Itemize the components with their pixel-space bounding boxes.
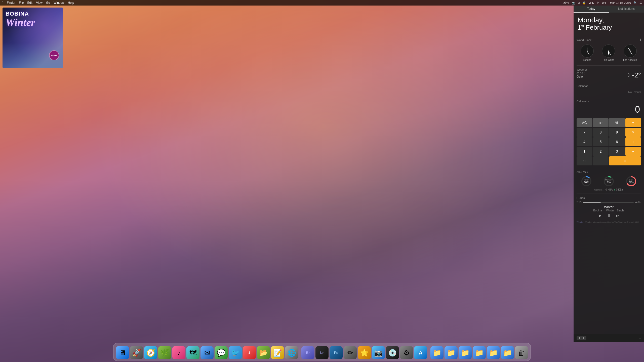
panel-date-day: Monday, [578,17,640,24]
dock-item-folder5[interactable]: 📁 [487,346,500,359]
itunes-controls: ⏮ ⏸ ⏭ [577,213,641,218]
menubar-music-icon[interactable]: ♫ [578,1,580,4]
divider-date [577,35,641,35]
dock-item-folder3[interactable]: 📁 [459,346,472,359]
clock-minute-london [587,51,590,55]
calc-btn-divide[interactable]: ÷ [625,118,641,127]
apple-menu[interactable]:  [2,1,3,5]
menubar-vpn[interactable]: VPN [588,1,594,4]
network-down-value: 0 KB/s [606,188,613,191]
menubar:  Finder File Edit View Go Window Help ⌘… [0,0,644,6]
dock-item-dvd[interactable]: 💿 [386,346,399,359]
dock-item-finder[interactable]: 🖥 [116,346,129,359]
dock-item-systemprefs[interactable]: ⚙ [400,346,413,359]
panel-add-icon[interactable]: + [639,336,641,340]
album-badge: HOZIK [49,50,59,60]
itunes-prev-button[interactable]: ⏮ [598,213,602,218]
menubar-app-name[interactable]: Finder [7,1,15,5]
dock-item-mobipocket[interactable]: ⭐ [358,346,371,359]
dock-item-webdav[interactable]: 🌐 [285,346,298,359]
calc-btn-3[interactable]: 3 [609,147,625,156]
dock-item-mail[interactable]: ✉ [200,346,214,359]
dock-item-bridge[interactable]: Br [301,346,314,359]
calc-btn-2[interactable]: 2 [593,147,609,156]
dock-item-appstore[interactable]: A [414,346,427,359]
itunes-title: iTunes [577,196,641,199]
menubar-search-icon[interactable]: 🔍 [633,1,637,5]
menubar-help[interactable]: Help [68,1,74,5]
calc-btn-8[interactable]: 8 [593,128,609,137]
dock-item-fantastical[interactable]: 1 [243,346,256,359]
menubar-view[interactable]: View [36,1,43,5]
dock-item-itunes[interactable]: ♪ [172,346,185,359]
dock-item-twitter[interactable]: 🐦 [229,346,242,359]
calc-btn-9[interactable]: 9 [609,128,625,137]
panel-date-full: 1st February [578,24,640,31]
dock-item-stickies[interactable]: 📝 [271,346,284,359]
desktop:  Finder File Edit View Go Window Help ⌘… [0,0,644,362]
tab-today[interactable]: Today [574,6,609,13]
clock-face-fortworth [602,44,615,58]
dock-item-finder2[interactable]: 📂 [257,346,270,359]
calc-btn-6[interactable]: 6 [609,137,625,146]
calc-btn-ac[interactable]: AC [577,118,592,127]
calc-btn-equals[interactable]: = [609,156,641,165]
istat-section: iStat Mini CPU 10% [574,169,644,193]
dock-item-launchpad[interactable]: 🚀 [130,346,143,359]
gauge-memory-value: 6% [607,181,611,184]
menubar-menu-icon[interactable]: ☰ [639,1,642,5]
dock-item-iphoto[interactable]: 📷 [372,346,385,359]
dock-item-files1[interactable]: 📁 [430,346,444,359]
calc-btn-0[interactable]: 0 [577,156,592,165]
menubar-camera-icon[interactable]: 📷 [572,1,575,5]
calc-btn-4[interactable]: 4 [577,137,592,146]
menubar-edit[interactable]: Edit [27,1,32,5]
weather-right: ☽ -2° [626,71,641,79]
menubar-datetime[interactable]: Mon 1 Feb 00:30 [610,1,631,4]
tab-notifications[interactable]: Notifications [609,6,644,13]
clock-label-losangeles: Los Angeles [623,59,637,61]
divider-istat [577,194,641,194]
itunes-playpause-button[interactable]: ⏸ [607,213,611,218]
menubar-flag-icon[interactable]: 🏳 [597,1,599,4]
calc-btn-multiply[interactable]: × [625,128,641,137]
dock-item-ipad[interactable]: ✏ [344,346,357,359]
panel-edit-button[interactable]: Edit [577,336,586,340]
calc-btn-add[interactable]: + [625,137,641,146]
dock-item-messages[interactable]: 💬 [215,346,228,359]
calc-btn-subtract[interactable]: − [625,147,641,156]
dock-item-maps[interactable]: 🗺 [186,346,199,359]
panel-bottom-bar: Edit + [574,334,644,342]
dock-item-photoshop[interactable]: Ps [330,346,343,359]
divider-calendar [577,97,641,97]
dock-item-trash[interactable]: 🗑 [515,346,528,359]
panel-tabs: Today Notifications [574,6,644,13]
world-clock-info[interactable]: ℹ [640,38,641,41]
gauge-cpu-label: CPU [584,179,589,181]
dock-item-folder2[interactable]: 📁 [445,346,458,359]
dock-item-folder6[interactable]: 📁 [501,346,514,359]
calc-btn-1[interactable]: 1 [577,147,592,156]
calc-btn-5[interactable]: 5 [593,137,609,146]
menubar-lock-icon[interactable]: 🔒 [582,1,586,5]
dock-item-folder4[interactable]: 📁 [473,346,486,359]
menubar-window[interactable]: Window [54,1,64,5]
calc-btn-percent[interactable]: % [609,118,625,127]
calc-btn-7[interactable]: 7 [577,128,592,137]
menubar-file[interactable]: File [19,1,24,5]
weather-section: Weather 00:30 ☾ Oslo ☽ -2° [574,67,644,81]
menubar-left:  Finder File Edit View Go Window Help [2,1,74,5]
itunes-next-button[interactable]: ⏭ [616,213,620,218]
menubar-cmd-icon[interactable]: ⌘⌥ [563,1,569,5]
no-events-label: No Events [577,89,641,95]
menubar-go[interactable]: Go [46,1,50,5]
dock-item-lightroom[interactable]: Lr [315,346,329,359]
album-artist: BOBINA [6,11,29,17]
menubar-wifi-icon[interactable]: WiFi [602,1,608,4]
dock-item-coppice[interactable]: 🌿 [158,346,171,359]
weather-city: Oslo [577,75,586,78]
calc-btn-plusminus[interactable]: +/− [593,118,609,127]
dock-item-safari[interactable]: 🧭 [144,346,157,359]
itunes-progress-bar[interactable] [583,202,634,203]
calc-btn-dot[interactable]: . [593,156,609,165]
